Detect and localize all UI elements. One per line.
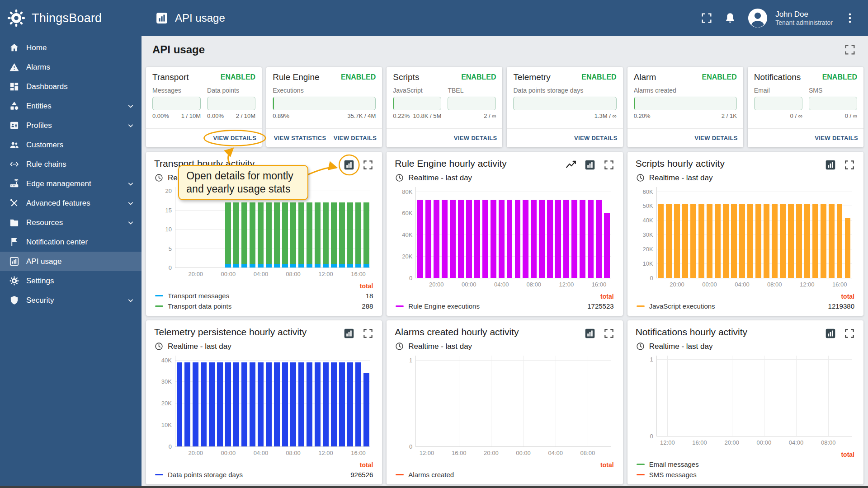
sidebar-item-api-usage[interactable]: API usage [0, 252, 142, 271]
page-fullscreen-button[interactable] [844, 43, 856, 56]
bar-chart-button[interactable] [584, 328, 596, 339]
bar [298, 264, 304, 267]
bar-chart-button[interactable] [343, 159, 355, 171]
usage-cards-row: TransportENABLEDMessages0.00%1 / 10MData… [146, 67, 863, 147]
gauge-value: 35.7K / 4M [347, 113, 376, 119]
sidebar-item-advanced-features[interactable]: Advanced features [0, 193, 142, 213]
bar-chart-button[interactable] [584, 159, 596, 171]
legend-item-data-points-storage-days[interactable]: Data points storage days [155, 469, 243, 480]
y-tick-label: 20 [165, 188, 172, 194]
legend-item-alarms-created[interactable]: Alarms created [396, 469, 454, 480]
gauge-label: JavaScript [393, 87, 441, 94]
legend-item-transport-data-points[interactable]: Transport data points [155, 301, 231, 311]
thingsboard-logo[interactable]: ThingsBoard [0, 0, 142, 36]
x-tick-label: 04:00 [254, 450, 269, 456]
sidebar-item-edge-management[interactable]: Edge management [0, 174, 142, 193]
fullscreen-button[interactable] [844, 159, 855, 171]
view-details-link[interactable]: VIEW DETAILS [334, 135, 377, 141]
sidebar-item-label: Security [26, 296, 119, 305]
sidebar-item-alarms[interactable]: Alarms [0, 57, 142, 77]
view-details-link[interactable]: VIEW DETAILS [454, 135, 497, 141]
sidebar-item-rule-chains[interactable]: Rule chains [0, 155, 142, 174]
bar [425, 200, 431, 278]
bar-chart-button[interactable] [825, 328, 836, 339]
fullscreen-button[interactable] [603, 159, 615, 171]
bar [604, 213, 610, 278]
gauge-bar [634, 97, 737, 110]
bar [507, 200, 513, 278]
kebab-menu-button[interactable] [844, 12, 856, 24]
chevron-down-icon [126, 121, 135, 130]
bar [331, 264, 337, 267]
bar [450, 200, 456, 278]
fullscreen-button[interactable] [603, 328, 615, 339]
x-tick-label: 00:00 [757, 439, 772, 446]
legend-item-rule-engine-executions[interactable]: Rule Engine executions [396, 301, 480, 311]
sidebar-item-entities[interactable]: Entities [0, 96, 142, 116]
x-tick-label: 20:00 [670, 281, 684, 288]
y-tick-label: 60K [643, 188, 653, 195]
legend-item-transport-messages[interactable]: Transport messages [155, 291, 231, 301]
sidebar-item-label: Edge management [26, 179, 119, 188]
legend-label: Alarms created [408, 471, 454, 479]
horizontal-scrollbar[interactable] [0, 486, 868, 488]
view-details-link[interactable]: VIEW DETAILS [815, 135, 858, 141]
bar [339, 264, 345, 267]
view-details-link[interactable]: VIEW DETAILS [694, 135, 738, 141]
avatar[interactable] [747, 8, 768, 28]
bar [274, 264, 280, 267]
bar [233, 202, 239, 264]
bar [201, 362, 207, 446]
sidebar-item-label: Customers [26, 141, 135, 150]
view-details-link[interactable]: VIEW DETAILS [574, 135, 618, 141]
sidebar-menu: HomeAlarmsDashboardsEntitiesProfilesCust… [0, 36, 142, 488]
sidebar-item-label: Home [26, 43, 135, 52]
bar [434, 200, 439, 278]
chart-plot: 40K30K20K10K020:0000:0004:0008:0012:0016… [154, 353, 374, 458]
sidebar-item-notification-center[interactable]: Notification center [0, 232, 142, 252]
legend-swatch [637, 305, 645, 307]
view-details-link[interactable]: VIEW DETAILS [213, 135, 256, 141]
sidebar-item-customers[interactable]: Customers [0, 135, 142, 155]
sidebar-item-resources[interactable]: Resources [0, 213, 142, 232]
bar [563, 200, 569, 278]
x-tick-label: 04:00 [735, 281, 750, 288]
fullscreen-button[interactable] [844, 328, 855, 339]
fullscreen-button[interactable] [362, 159, 374, 171]
gauge-fill [273, 97, 274, 110]
bar-chart-button[interactable] [825, 159, 836, 171]
bar [250, 362, 255, 446]
sidebar-item-settings[interactable]: Settings [0, 271, 142, 291]
fullscreen-button[interactable] [362, 328, 374, 339]
bar-chart-button[interactable] [343, 328, 355, 339]
x-tick-label: 16:00 [592, 281, 607, 288]
legend-item-javascript-executions[interactable]: JavaScript executions [637, 301, 715, 311]
user-menu[interactable]: John Doe Tenant administrator [775, 9, 833, 27]
gauge-value: 1.3M / ∞ [594, 113, 617, 119]
sidebar-item-home[interactable]: Home [0, 38, 142, 57]
legend-item-sms-messages[interactable]: SMS messages [637, 469, 699, 480]
fullscreen-button[interactable] [700, 12, 713, 24]
usage-gauge-sms: SMS0 / ∞ [809, 87, 857, 119]
charts-grid: Transport hourly activityRealtime - last… [146, 152, 863, 484]
bar [363, 202, 369, 264]
usage-card-scripts: ScriptsENABLEDJavaScript0.22%10.8K / 5MT… [387, 67, 502, 147]
x-tick-label: 04:00 [789, 439, 804, 446]
notifications-bell-button[interactable] [724, 12, 736, 24]
view-statistics-link[interactable]: VIEW STATISTICS [274, 135, 326, 141]
sidebar-item-security[interactable]: Security [0, 291, 142, 310]
y-tick-label: 0 [169, 443, 172, 450]
sidebar-item-dashboards[interactable]: Dashboards [0, 77, 142, 96]
gridline [828, 356, 829, 436]
usage-gauge-data-points: Data points0.00%2 / 10M [207, 87, 255, 119]
y-tick-label: 20K [643, 246, 653, 253]
sidebar-item-profiles[interactable]: Profiles [0, 116, 142, 135]
advanced-features-icon [9, 198, 19, 208]
usage-gauge-messages: Messages0.00%1 / 10M [152, 87, 201, 119]
line-chart-button[interactable] [565, 159, 577, 171]
bar [491, 200, 496, 278]
usage-card-rule-engine: Rule EngineENABLEDExecutions0.89%35.7K /… [266, 67, 382, 147]
bar [355, 202, 361, 264]
legend-item-email-messages[interactable]: Email messages [637, 459, 699, 469]
clock-icon [636, 342, 645, 351]
